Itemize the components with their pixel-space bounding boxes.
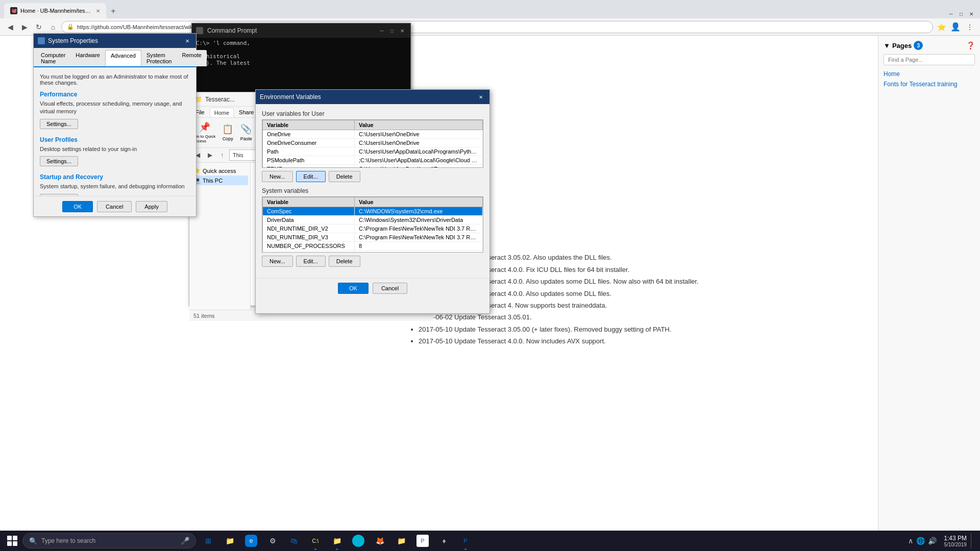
paste-btn[interactable]: 📎 Paste (238, 122, 254, 142)
sys-var-row-1[interactable]: DriverData C:\Windows\System32\Drivers\D… (263, 216, 483, 224)
system-vars-table-wrapper[interactable]: Variable Value ComSpec C:\WINDOWS\system… (262, 196, 483, 253)
taskbar-right: ∧ 🌐 🔊 1:43 PM 5/10/2019 (901, 533, 978, 548)
cmd-minimize-btn[interactable]: ─ (378, 27, 386, 35)
tab-system-protection[interactable]: System Protection (141, 50, 177, 66)
this-pc-item[interactable]: 💻 This PC (191, 176, 248, 185)
pages-count-badge: 3 (914, 41, 923, 50)
user-var-row-4[interactable]: TEMP C:\Users\User\AppData\Local\Temp (263, 165, 483, 168)
user-vars-header: Variable Value (263, 120, 483, 130)
speaker-icon[interactable]: 🔊 (928, 537, 937, 545)
env-vars-close-btn[interactable]: ✕ (476, 92, 485, 102)
taskbar-store[interactable]: 🛍 (284, 531, 304, 551)
clock-widget[interactable]: 1:43 PM 5/10/2019 (942, 534, 969, 548)
home-btn[interactable]: ⌂ (47, 21, 59, 33)
taskbar-settings[interactable]: ⚙ (262, 531, 283, 551)
network-icon[interactable]: 🌐 (916, 537, 925, 545)
tray-arrow[interactable]: ∧ (908, 537, 913, 545)
reload-btn[interactable]: ↻ (33, 21, 45, 33)
settings-btn[interactable]: ⋮ (964, 21, 976, 33)
ribbon-tab-share[interactable]: Share (235, 108, 258, 117)
tab-hardware[interactable]: Hardware (70, 50, 105, 66)
apply-btn[interactable]: Apply (136, 201, 167, 212)
user-profiles-settings-btn[interactable]: Settings... (40, 156, 78, 166)
sys-var-col-header: Variable (263, 197, 355, 207)
taskbar-app-10[interactable]: P (412, 531, 433, 551)
ok-btn[interactable]: OK (62, 201, 93, 212)
user-edit-btn[interactable]: Edit... (296, 171, 326, 182)
user-vars-table-wrapper[interactable]: Variable Value OneDrive C:\Users\User\On… (262, 119, 483, 168)
taskbar-app-9[interactable]: 📁 (391, 531, 411, 551)
user-var-row-0[interactable]: OneDrive C:\Users\User\OneDrive (263, 130, 483, 139)
taskbar-app-11[interactable]: ♦ (434, 531, 454, 551)
sys-props-content: You must be logged on as an Administrato… (34, 67, 196, 204)
microphone-icon[interactable]: 🎤 (181, 537, 189, 545)
explorer-forward-btn[interactable]: ▶ (205, 150, 215, 160)
tab-advanced[interactable]: Advanced (105, 50, 141, 66)
start-button[interactable] (2, 531, 22, 551)
sidebar-search-input[interactable] (884, 54, 975, 65)
env-ok-btn[interactable]: OK (338, 283, 369, 294)
account-btn[interactable]: 👤 (949, 21, 962, 33)
quick-access-item[interactable]: ⭐ Quick access (191, 166, 248, 176)
cancel-btn[interactable]: Cancel (97, 201, 132, 212)
cmd-titlebar-icon (196, 27, 203, 34)
user-var-val-4: C:\Users\User\AppData\Local\Temp (355, 165, 483, 168)
performance-text: Visual effects, processor scheduling, me… (40, 100, 190, 116)
taskbar-cmd[interactable]: C:\ (305, 531, 326, 551)
browser-close-btn[interactable]: ✕ (967, 9, 976, 18)
browser-minimize-btn[interactable]: ─ (946, 9, 955, 18)
performance-settings-btn[interactable]: Settings... (40, 119, 78, 129)
taskbar-app-7[interactable] (348, 531, 369, 551)
forward-btn[interactable]: ▶ (18, 21, 31, 33)
user-new-btn[interactable]: New... (262, 171, 293, 182)
taskbar-app-8[interactable]: 🦊 (370, 531, 390, 551)
taskbar-task-view[interactable]: ⊞ (198, 531, 218, 551)
ribbon-tab-home[interactable]: Home (210, 108, 234, 117)
tab-computer-name[interactable]: Computer Name (36, 50, 70, 66)
taskbar-pinned-apps: ⊞ 📁 e ⚙ 🛍 C:\ 📁 🦊 📁 P (198, 531, 476, 551)
cmd-titlebar-btns: ─ □ ✕ (378, 27, 406, 35)
taskbar-search-bar[interactable]: 🔍 Type here to search 🎤 (22, 533, 196, 548)
explorer-up-btn[interactable]: ↑ (217, 150, 227, 160)
sys-var-row-0[interactable]: ComSpec C:\WINDOWS\system32\cmd.exe (263, 207, 483, 216)
sys-var-row-5[interactable]: OS Windows_NT (263, 251, 483, 253)
explorer-path-text: This (233, 152, 243, 158)
app9-icon: 📁 (395, 535, 407, 547)
sys-var-row-3[interactable]: NDI_RUNTIME_DIR_V3 C:\Program Files\NewT… (263, 233, 483, 242)
browser-tab-active[interactable]: 🐙 Home · UB-Mannheim/tesserac... ✕ (4, 3, 106, 18)
cmd-close-btn[interactable]: ✕ (398, 27, 406, 35)
user-var-row-2[interactable]: Path C:\Users\User\AppData\Local\Program… (263, 147, 483, 156)
taskbar-app-12[interactable]: P (455, 531, 476, 551)
sys-var-row-4[interactable]: NUMBER_OF_PROCESSORS 8 (263, 242, 483, 251)
env-cancel-btn[interactable]: Cancel (373, 283, 407, 294)
help-icon[interactable]: ❓ (966, 41, 975, 49)
tab-close-btn[interactable]: ✕ (96, 8, 100, 14)
sys-delete-btn[interactable]: Delete (329, 256, 360, 267)
user-var-row-1[interactable]: OneDriveConsumer C:\Users\User\OneDrive (263, 139, 483, 147)
taskbar-search-text: Type here to search (41, 537, 95, 544)
user-delete-btn[interactable]: Delete (329, 171, 360, 182)
bookmark-btn[interactable]: ⭐ (935, 21, 947, 33)
app6-icon: 📁 (331, 535, 343, 547)
tab-remote[interactable]: Remote (177, 50, 207, 66)
taskbar-app-6[interactable]: 📁 (327, 531, 347, 551)
edge-icon: e (245, 535, 257, 547)
copy-icon: 📋 (222, 123, 234, 135)
sys-edit-btn[interactable]: Edit... (296, 256, 326, 267)
collapse-icon[interactable]: ▼ (884, 42, 890, 49)
sys-var-row-2[interactable]: NDI_RUNTIME_DIR_V2 C:\Program Files\NewT… (263, 224, 483, 233)
taskbar-edge[interactable]: e (241, 531, 261, 551)
sidebar-link-fonts[interactable]: Fonts for Tesseract training (884, 81, 975, 88)
user-var-name-3: PSModulePath (263, 156, 355, 165)
back-btn[interactable]: ◀ (4, 21, 16, 33)
user-var-row-3[interactable]: PSModulePath ;C:\Users\User\AppData\Loca… (263, 156, 483, 165)
show-desktop-btn[interactable] (971, 533, 974, 548)
taskbar-file-explorer[interactable]: 📁 (219, 531, 240, 551)
new-tab-btn[interactable]: + (106, 4, 120, 18)
sys-new-btn[interactable]: New... (262, 256, 293, 267)
sys-props-close-btn[interactable]: ✕ (183, 36, 192, 45)
browser-maximize-btn[interactable]: □ (957, 9, 966, 18)
copy-btn[interactable]: 📋 Copy (219, 122, 236, 142)
sidebar-link-home[interactable]: Home (884, 70, 975, 78)
cmd-maximize-btn[interactable]: □ (388, 27, 396, 35)
